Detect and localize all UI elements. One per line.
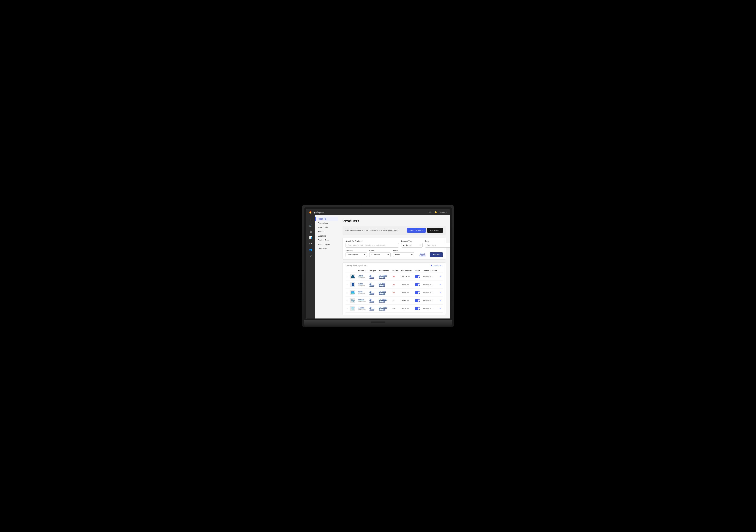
sidebar-item-product-tags[interactable]: Product Tags: [315, 238, 338, 242]
status-label: Status: [393, 250, 414, 252]
price-cell-1: CA$40.00: [399, 281, 413, 289]
product-name-0[interactable]: Jacket: [358, 275, 365, 277]
sidebar-item-price-books[interactable]: Price Books: [315, 225, 338, 229]
brand-link-0[interactable]: My Brand: [369, 275, 374, 279]
sidebar-icon-settings[interactable]: ⚙: [307, 253, 314, 259]
brand-link-4[interactable]: My Brand: [369, 307, 374, 311]
products-count: Showing 5 active products.: [345, 265, 367, 267]
brand-link-1[interactable]: My Brand: [369, 283, 374, 287]
sidebar-icon-users[interactable]: 👥: [307, 247, 314, 253]
product-type-select[interactable]: All Types: [401, 243, 422, 247]
logo: 🔥 lightspeed: [309, 211, 324, 214]
add-product-button[interactable]: Add Product: [427, 228, 443, 233]
brand-link-2[interactable]: My Brand: [369, 291, 374, 294]
supplier-link-2[interactable]: My Short Supplier: [379, 291, 386, 294]
download-icon: ⬇: [431, 265, 432, 267]
import-products-button[interactable]: Import Products: [407, 228, 426, 233]
expand-btn-2[interactable]: ›: [345, 289, 349, 297]
sidebar-item-suppliers[interactable]: Suppliers: [315, 234, 338, 238]
supplier-link-3[interactable]: My Sweat Supplier: [379, 299, 387, 303]
sidebar-item-gift-cards[interactable]: Gift Cards: [315, 246, 338, 251]
product-name-cell-4: T-Shirts 15 variants: [357, 305, 368, 313]
notifications-icon[interactable]: 🔔: [435, 211, 437, 213]
edit-cell-1: ✎: [438, 281, 443, 289]
active-cell-1: [413, 281, 421, 289]
supplier-link-1[interactable]: My Pant Supplier: [379, 283, 385, 287]
expand-btn-4[interactable]: ›: [345, 305, 349, 313]
edit-icon-4[interactable]: ✎: [440, 307, 441, 310]
brand-cell-0: My Brand: [368, 273, 377, 281]
sidebar-icon-chart[interactable]: 📊: [307, 235, 314, 241]
help-link[interactable]: Help: [428, 211, 432, 213]
price-value-0: CA$120.00: [401, 276, 410, 278]
search-button[interactable]: Search: [430, 252, 443, 257]
sidebar-item-products[interactable]: Products: [315, 217, 338, 221]
need-help-link[interactable]: Need help?: [388, 229, 398, 231]
sidebar-icon-cart[interactable]: 🛒: [307, 223, 314, 228]
product-variants-0: 2 variants: [358, 277, 365, 279]
product-variants-4: 15 variants: [358, 309, 366, 311]
brand-cell-3: My Brand: [368, 297, 377, 305]
edit-icon-3[interactable]: ✎: [440, 299, 441, 302]
stock-value-1: -25: [392, 284, 395, 286]
active-cell-0: [413, 273, 421, 281]
status-group: Status Active: [393, 250, 414, 257]
expand-btn-3[interactable]: ›: [345, 297, 349, 305]
sidebar-item-brands[interactable]: Brands: [315, 229, 338, 234]
table-row: › 🧤 Sweats 15 variants My Brand My Sweat…: [345, 297, 443, 305]
logo-text: lightspeed: [313, 211, 324, 214]
product-name-4[interactable]: T-Shirts: [358, 307, 366, 309]
active-toggle-1[interactable]: [415, 283, 420, 286]
sidebar-item-product-types[interactable]: Product Types: [315, 242, 338, 246]
product-variants-3: 15 variants: [358, 301, 366, 303]
edit-cell-2: ✎: [438, 289, 443, 297]
status-select[interactable]: Active: [393, 252, 414, 257]
edit-icon-2[interactable]: ✎: [440, 291, 441, 294]
sidebar-icon-home[interactable]: ⌂: [307, 217, 314, 222]
supplier-link-4[interactable]: My T-Shirt Supplier: [379, 307, 387, 311]
active-toggle-4[interactable]: [415, 307, 420, 310]
top-nav-right: Help 🔔 Manager: [428, 211, 447, 213]
sidebar-item-promotions[interactable]: Promotions: [315, 221, 338, 225]
tags-input[interactable]: [425, 243, 450, 247]
col-stocks: Stocks: [391, 268, 399, 273]
brand-cell-1: My Brand: [368, 281, 377, 289]
table-header: Produit ⇅ Marque Fournisseur Stocks Prix…: [345, 268, 443, 273]
edit-cell-3: ✎: [438, 297, 443, 305]
main-content: Products Add, view and edit your product…: [338, 215, 450, 318]
stock-cell-1: -25: [391, 281, 399, 289]
expand-btn-1[interactable]: ›: [345, 281, 349, 289]
col-product[interactable]: Produit ⇅: [357, 268, 368, 273]
active-cell-3: [413, 297, 421, 305]
laptop-hinge: [371, 321, 385, 323]
edit-icon-0[interactable]: ✎: [440, 275, 441, 278]
clear-search-button[interactable]: Clear Search: [417, 253, 428, 257]
manager-label[interactable]: Manager: [440, 211, 447, 213]
brand-label: Brand: [369, 250, 391, 252]
sidebar-icon-layout[interactable]: ▦: [307, 229, 314, 235]
export-list-link[interactable]: ⬇ Export List...: [431, 265, 443, 267]
stock-cell-4: 109: [391, 305, 399, 313]
supplier-link-0[interactable]: My Jacket Supplier: [379, 275, 387, 279]
product-name-1[interactable]: Pants: [358, 283, 365, 285]
product-name-3[interactable]: Sweats: [358, 299, 366, 301]
supplier-cell-3: My Sweat Supplier: [377, 297, 391, 305]
products-meta: Showing 5 active products. ⬇ Export List…: [345, 265, 443, 267]
date-cell-1: 17 May 2022: [421, 281, 438, 289]
edit-icon-1[interactable]: ✎: [440, 283, 441, 286]
search-input[interactable]: [345, 243, 399, 247]
brand-link-3[interactable]: My Brand: [369, 299, 374, 303]
active-toggle-3[interactable]: [415, 299, 420, 302]
date-cell-2: 17 May 2022: [421, 289, 438, 297]
supplier-select[interactable]: All Suppliers: [345, 252, 367, 257]
sidebar-icon-tag[interactable]: 🏷: [307, 241, 314, 246]
table-row: › 🧥 Jacket 2 variants My Brand My Jacket…: [345, 273, 443, 281]
product-name-2[interactable]: Short: [358, 291, 365, 293]
thumb-3: 🧤: [349, 297, 357, 305]
active-toggle-0[interactable]: [415, 275, 420, 278]
expand-btn-0[interactable]: ›: [345, 273, 349, 281]
col-date: Date de création: [421, 268, 438, 273]
table-row: › 👖 Pants 9 variants My Brand My Pant Su…: [345, 281, 443, 289]
active-toggle-2[interactable]: [415, 291, 420, 294]
brand-select[interactable]: All Brands: [369, 252, 391, 257]
